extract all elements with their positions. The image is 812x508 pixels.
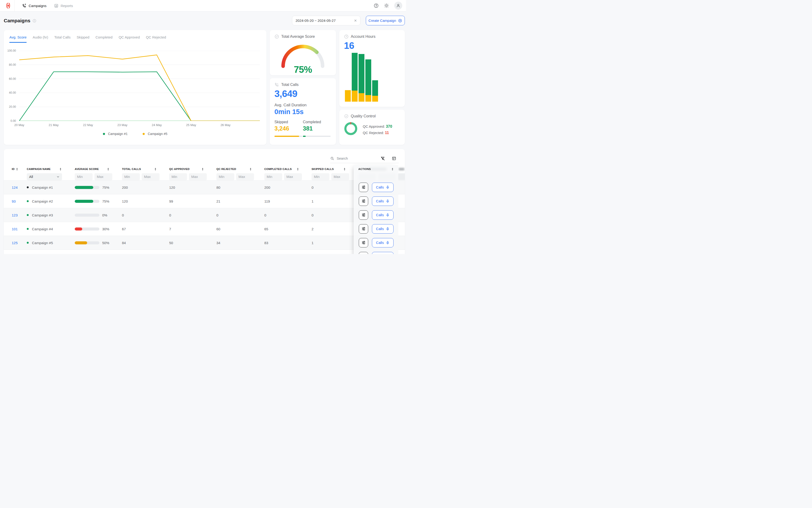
line-chart[interactable]	[19, 51, 260, 121]
sort-icon[interactable]	[107, 167, 109, 171]
nav-tab-reports[interactable]: Reports	[54, 3, 73, 8]
sort-icon[interactable]	[16, 167, 18, 171]
legend-dot	[103, 133, 105, 135]
column-header-skipped-calls[interactable]: SKIPPED CALLS	[308, 165, 355, 173]
row-calls-button[interactable]: Calls	[372, 210, 393, 220]
row-calls-button[interactable]	[372, 252, 393, 254]
sort-icon[interactable]	[60, 167, 62, 171]
average-score-min-input[interactable]	[75, 173, 92, 180]
avg-duration-value: 0min 15s	[274, 108, 331, 116]
clear-date-icon[interactable]: ✕	[354, 18, 357, 23]
sliders-icon	[361, 185, 366, 189]
y-axis-labels: 100.00 80.00 60.00 40.00 20.00 0.00	[4, 51, 16, 121]
average-score-max-input[interactable]	[94, 173, 112, 180]
legend-campaign-1[interactable]: Campaign #1	[103, 132, 127, 136]
sort-icon[interactable]	[391, 167, 393, 171]
stacked-bar	[358, 52, 364, 102]
nav-tab-label: Campaigns	[29, 4, 46, 8]
gauge-value: 75%	[279, 64, 326, 75]
skipped-calls-min-input[interactable]	[312, 173, 330, 180]
sort-icon[interactable]	[297, 167, 299, 171]
search-input[interactable]	[337, 156, 372, 160]
column-header-total-calls[interactable]: TOTAL CALLS	[119, 165, 166, 173]
column-header-average-score[interactable]: AVERAGE SCORE	[71, 165, 119, 173]
plus-circle-icon	[398, 18, 402, 23]
completed-calls-min-input[interactable]	[264, 173, 282, 180]
account-hours-bar-chart	[345, 52, 378, 102]
badge-icon	[344, 114, 349, 119]
column-header-qc-rejected[interactable]: QC REJECTED	[213, 165, 261, 173]
chevron-down-icon	[56, 175, 60, 178]
row-settings-button[interactable]	[359, 238, 368, 247]
row-calls-button[interactable]: Calls	[372, 183, 393, 192]
column-header-id[interactable]: ID	[12, 165, 23, 173]
row-actions: Calls	[354, 194, 398, 208]
table-filter-row: All	[4, 173, 405, 180]
help-icon[interactable]	[374, 3, 379, 8]
create-campaign-button[interactable]: Create Campaign	[366, 16, 405, 25]
card-title: Account Hours	[351, 35, 376, 39]
tab-completed[interactable]: Completed	[95, 35, 113, 43]
sort-icon[interactable]	[344, 167, 346, 171]
column-header-campaign-name[interactable]: CAMPAIGN NAME	[23, 165, 71, 173]
tab-qc-approved[interactable]: QC Approved	[119, 35, 140, 43]
sort-icon[interactable]	[154, 167, 156, 171]
tab-skipped[interactable]: Skipped	[77, 35, 89, 43]
brand-logo-icon[interactable]	[4, 2, 12, 9]
table-row: 123 Campaign #3 0% 0 0 0 0 0	[4, 208, 405, 222]
tab-total-calls[interactable]: Total Calls	[54, 35, 71, 43]
qc-approved-max-input[interactable]	[189, 173, 207, 180]
row-settings-button[interactable]	[359, 224, 368, 234]
top-nav: Campaigns Reports	[0, 0, 406, 11]
row-settings-button[interactable]	[359, 197, 368, 206]
row-settings-button[interactable]	[359, 210, 368, 220]
columns-icon[interactable]	[392, 156, 396, 161]
column-header-actions[interactable]: ACTIONS	[354, 165, 398, 173]
qc-rejected-min-input[interactable]	[217, 173, 234, 180]
column-header-completed-calls[interactable]: COMPLETED CALLS	[261, 165, 308, 173]
campaign-id-link[interactable]: 123	[12, 213, 17, 217]
row-settings-button[interactable]	[359, 252, 368, 254]
campaign-id-link[interactable]: 101	[12, 227, 17, 231]
row-settings-button[interactable]	[359, 183, 368, 192]
table-row: 101 Campaign #4 30% 67 7 60 65 2	[4, 222, 405, 236]
column-header-qc-approved[interactable]: QC APPROVED	[166, 165, 213, 173]
sort-icon[interactable]	[249, 167, 252, 171]
theme-sun-icon[interactable]	[384, 3, 389, 8]
sort-icon[interactable]	[202, 167, 204, 171]
campaign-id-link[interactable]: 124	[12, 185, 17, 189]
score-bar	[75, 200, 100, 203]
row-calls-button[interactable]: Calls	[372, 197, 393, 206]
row-calls-button[interactable]: Calls	[372, 224, 393, 234]
nav-tab-campaigns[interactable]: Campaigns	[22, 3, 46, 8]
filter-off-icon[interactable]	[380, 156, 385, 161]
tab-audio-hr[interactable]: Audio (hr)	[33, 35, 48, 43]
legend-campaign-5[interactable]: Campaign #5	[143, 132, 167, 136]
check-circle-icon	[274, 34, 279, 39]
total-calls-max-input[interactable]	[142, 173, 159, 180]
date-range-picker[interactable]: 2024-05-20 ~ 2024-05-27 ✕	[292, 16, 360, 25]
tab-avg-score[interactable]: Avg. Score	[9, 35, 27, 43]
hidden-column-blur	[399, 168, 404, 170]
card-title: Total Average Score	[281, 35, 315, 39]
qc-approved-min-input[interactable]	[169, 173, 187, 180]
skipped-value: 3,246	[274, 125, 303, 132]
qc-rejected-max-input[interactable]	[236, 173, 254, 180]
tab-qc-rejected[interactable]: QC Rejected	[146, 35, 166, 43]
row-calls-button[interactable]: Calls	[372, 238, 393, 247]
total-calls-min-input[interactable]	[122, 173, 140, 180]
row-actions: Calls	[354, 208, 398, 222]
skipped-calls-max-input[interactable]	[331, 173, 349, 180]
microphone-icon	[386, 227, 390, 231]
info-icon[interactable]	[32, 19, 36, 23]
legend-dot	[143, 133, 145, 135]
card-title: Quality Control	[351, 114, 376, 118]
campaign-name-filter-select[interactable]: All	[27, 173, 62, 180]
quality-control-card: Quality Control QC Approved: 370 QC Reje…	[339, 110, 405, 145]
campaign-id-link[interactable]: 93	[12, 199, 16, 203]
microphone-icon	[386, 213, 390, 217]
completed-calls-max-input[interactable]	[284, 173, 302, 180]
user-avatar[interactable]	[394, 2, 402, 10]
campaign-id-link[interactable]: 125	[12, 241, 17, 245]
table-row: 125 Campaign #5 50% 84 50 34 83 1	[4, 236, 405, 250]
